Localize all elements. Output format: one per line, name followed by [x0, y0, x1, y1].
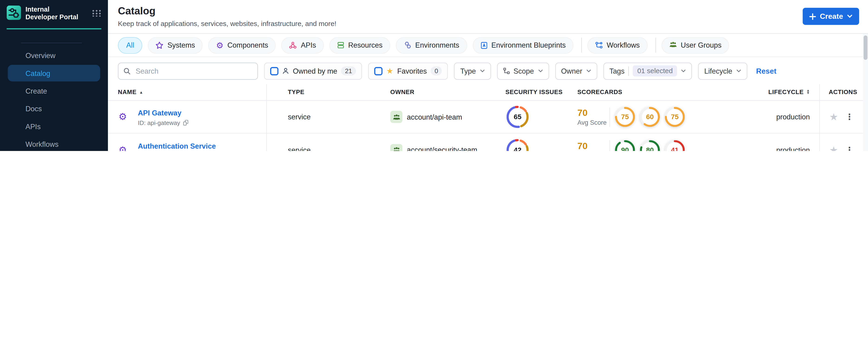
column-header-owner: OWNER [391, 89, 414, 95]
entity-type-tabs: All Systems ⚙ Components APIs Resources … [108, 34, 868, 57]
blueprint-doc-icon [480, 41, 487, 49]
entity-type: service [288, 113, 311, 121]
team-icon [391, 111, 402, 123]
person-icon [282, 68, 289, 74]
team-icon [391, 144, 402, 151]
row-menu-icon[interactable]: ⋮ [845, 112, 854, 122]
scorecard-ring[interactable]: 90 [615, 140, 635, 151]
owner-name: account/security-team [407, 146, 477, 151]
type-dropdown[interactable]: Type [454, 62, 491, 80]
favorite-star-icon[interactable]: ★ [829, 111, 838, 123]
vertical-scrollbar[interactable] [863, 34, 868, 151]
scorecards: 908041 [615, 140, 685, 151]
sidebar-item-create[interactable]: Create [0, 82, 108, 100]
owned-by-me-filter[interactable]: Owned by me 21 [264, 62, 362, 80]
table-body: ⚙API GatewayID: api-gatewayserviceaccoun… [108, 101, 868, 151]
owner-dropdown[interactable]: Owner [555, 62, 597, 80]
sidebar-divider [21, 43, 82, 43]
security-issues-value: 65 [506, 106, 528, 128]
stacked-rects-icon [337, 41, 344, 49]
entity-gear-icon: ⚙ [118, 144, 127, 151]
entity-name-cell: Authentication ServiceID: auth-service [138, 141, 216, 151]
sidebar-item-workflows[interactable]: Workflows [0, 135, 108, 151]
chevron-down-icon [538, 69, 542, 72]
owner-cell: account/security-team [391, 144, 477, 151]
avg-score-value: 70 [578, 141, 607, 150]
column-divider [266, 84, 267, 151]
scorecards: 756075 [615, 107, 685, 127]
scorecard-ring[interactable]: 60 [640, 107, 660, 127]
sidebar-nav: Overview Catalog Create Docs APIs Workfl… [0, 47, 108, 151]
scorecard-value: 75 [615, 107, 635, 127]
copy-icon[interactable] [184, 120, 190, 126]
column-header-name[interactable]: NAME ▲ [118, 89, 143, 95]
reset-filters-link[interactable]: Reset [756, 67, 777, 75]
hexagons-icon [404, 41, 411, 49]
vertical-scrollbar-thumb[interactable] [864, 35, 868, 60]
avg-score-value: 70 [578, 108, 607, 118]
tab-all[interactable]: All [118, 37, 143, 54]
sidebar: Internal Developer Portal Overview Catal… [0, 0, 108, 151]
scope-dropdown[interactable]: Scope [497, 62, 549, 80]
row-menu-icon[interactable]: ⋮ [845, 145, 854, 151]
sidebar-item-apis[interactable]: APIs [0, 118, 108, 135]
favorites-filter[interactable]: ★ Favorites 0 [368, 62, 448, 80]
chevron-down-icon [586, 69, 591, 72]
scorecard-ring[interactable]: 80 [640, 140, 660, 151]
column-header-lifecycle[interactable]: LIFECYCLE ▲▼ [717, 89, 810, 95]
tab-workflows[interactable]: Workflows [587, 37, 648, 54]
table-header: NAME ▲ TYPE OWNER SECURITY ISSUES SCOREC… [108, 84, 868, 101]
search-input[interactable] [134, 66, 245, 76]
tab-environments[interactable]: Environments [396, 37, 467, 54]
scorecard-ring[interactable]: 75 [665, 107, 685, 127]
app-grid-icon[interactable] [92, 10, 101, 17]
tab-apis[interactable]: APIs [281, 37, 324, 54]
plus-icon [809, 13, 816, 20]
create-button[interactable]: Create [803, 8, 859, 25]
scorecard-value: 60 [640, 107, 660, 127]
tab-components[interactable]: ⚙ Components [209, 37, 276, 54]
page-subtitle: Keep track of applications, services, we… [118, 20, 336, 28]
entity-name-link[interactable]: API Gateway [138, 109, 182, 117]
cell-divider [610, 140, 610, 151]
scorecard-ring[interactable]: 41 [665, 140, 685, 151]
tab-resources[interactable]: Resources [329, 37, 391, 54]
tab-environment-blueprints[interactable]: Environment Blueprints [472, 37, 574, 54]
column-header-scorecards: SCORECARDS [578, 89, 622, 95]
security-issues-ring[interactable]: 42 [506, 139, 528, 151]
lifecycle-value: production [717, 146, 810, 151]
entity-name-link[interactable]: Authentication Service [138, 142, 216, 150]
owned-by-me-checkbox[interactable] [270, 67, 279, 75]
table-row: ⚙API GatewayID: api-gatewayserviceaccoun… [108, 101, 868, 134]
entity-name-cell: API GatewayID: api-gateway [138, 108, 190, 126]
chevron-down-icon [736, 69, 741, 72]
gear-icon: ⚙ [216, 41, 223, 50]
workflow-nodes-icon [595, 41, 603, 49]
tabs-divider [581, 38, 582, 53]
tab-systems[interactable]: Systems [148, 37, 203, 54]
lifecycle-dropdown[interactable]: Lifecycle [698, 62, 747, 80]
sidebar-item-catalog[interactable]: Catalog [8, 65, 100, 82]
sidebar-item-docs[interactable]: Docs [0, 100, 108, 117]
tags-dropdown[interactable]: Tags 01 selected [603, 62, 692, 80]
column-header-actions: ACTIONS [829, 89, 857, 95]
entity-type: service [288, 146, 311, 151]
sidebar-header: Internal Developer Portal [7, 6, 101, 22]
scorecard-value: 90 [615, 140, 635, 151]
column-divider [819, 84, 820, 151]
table-row: ⚙Authentication ServiceID: auth-services… [108, 134, 868, 151]
page-header: Catalog Keep track of applications, serv… [108, 0, 868, 34]
main-content: Catalog Keep track of applications, serv… [108, 0, 868, 151]
favorites-checkbox[interactable] [374, 67, 382, 75]
sidebar-item-overview[interactable]: Overview [0, 47, 108, 64]
star-icon: ★ [386, 67, 393, 75]
people-icon [669, 41, 677, 50]
favorite-star-icon[interactable]: ★ [829, 144, 838, 151]
tab-user-groups[interactable]: User Groups [661, 37, 730, 54]
filters-bar: Owned by me 21 ★ Favorites 0 Type Scope … [108, 58, 868, 84]
security-issues-ring[interactable]: 65 [506, 106, 528, 128]
hierarchy-icon [503, 68, 510, 74]
tags-selected-badge: 01 selected [633, 65, 677, 77]
column-header-security-issues: SECURITY ISSUES [505, 89, 563, 95]
scorecard-ring[interactable]: 75 [615, 107, 635, 127]
